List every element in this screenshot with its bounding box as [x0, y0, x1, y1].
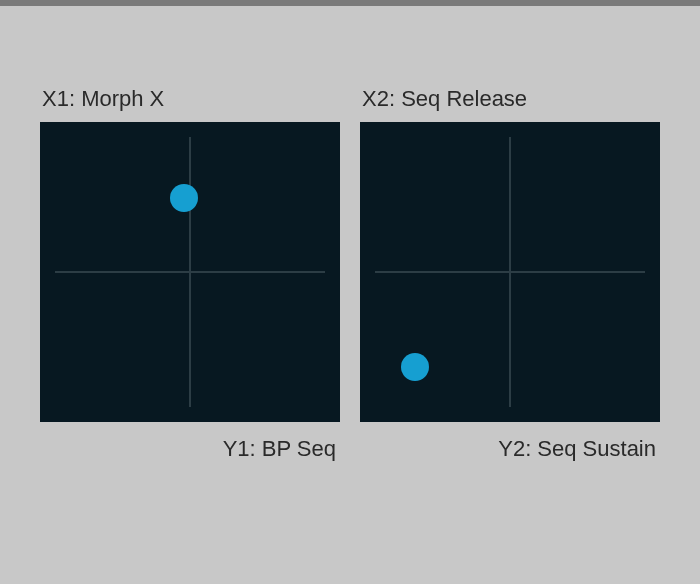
y1-axis-label: Y1: BP Seq: [40, 436, 340, 462]
xy-pad-1-handle[interactable]: [170, 184, 198, 212]
x1-axis-label: X1: Morph X: [40, 86, 340, 112]
x2-axis-label: X2: Seq Release: [360, 86, 660, 112]
crosshair-horizontal: [375, 271, 645, 273]
xy-pad-group-1: X1: Morph X Y1: BP Seq: [40, 86, 340, 462]
xy-pad-group-2: X2: Seq Release Y2: Seq Sustain: [360, 86, 660, 462]
xy-pad-1[interactable]: [40, 122, 340, 422]
crosshair-horizontal: [55, 271, 325, 273]
xy-pad-2-handle[interactable]: [401, 353, 429, 381]
xy-pad-2[interactable]: [360, 122, 660, 422]
y2-axis-label: Y2: Seq Sustain: [360, 436, 660, 462]
xy-pads-container: X1: Morph X Y1: BP Seq X2: Seq Release Y…: [0, 6, 700, 462]
